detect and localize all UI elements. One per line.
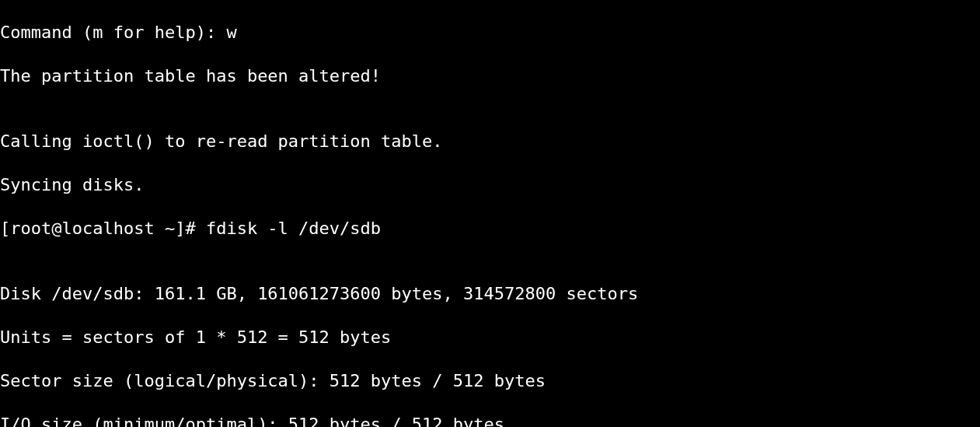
output-ioctl: Calling ioctl() to re-read partition tab… [0, 131, 980, 152]
disk-summary: Disk /dev/sdb: 161.1 GB, 161061273600 by… [0, 283, 980, 305]
disk-sector-size: Sector size (logical/physical): 512 byte… [0, 370, 980, 392]
output-altered: The partition table has been altered! [0, 65, 980, 87]
shell-prompt-fdisk-cmd: [root@localhost ~]# fdisk -l /dev/sdb [0, 218, 980, 240]
disk-units: Units = sectors of 1 * 512 = 512 bytes [0, 327, 980, 348]
output-syncing: Syncing disks. [0, 174, 980, 196]
terminal-window[interactable]: Command (m for help): w The partition ta… [0, 0, 980, 427]
disk-io-size: I/O size (minimum/optimal): 512 bytes / … [0, 414, 980, 427]
fdisk-prompt-line: Command (m for help): w [0, 22, 980, 44]
